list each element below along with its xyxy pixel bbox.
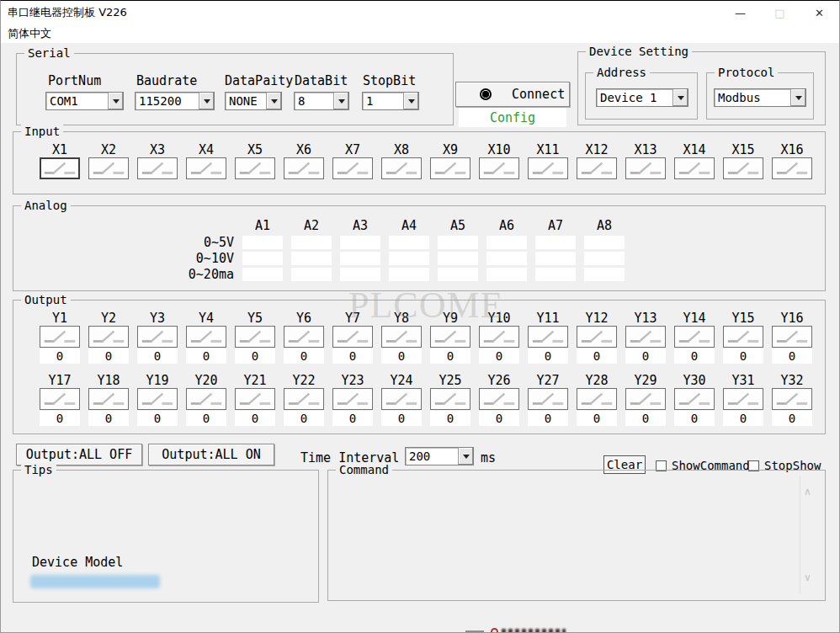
channel-y21-switch-button[interactable]: [235, 388, 275, 410]
channel-x8-switch-button[interactable]: [381, 157, 422, 179]
channel-y27-switch-button[interactable]: [528, 388, 568, 410]
baudrate-value: 115200: [136, 93, 199, 109]
minimize-icon[interactable]: —: [720, 1, 760, 24]
channel-y2-switch-button[interactable]: [88, 326, 129, 348]
analog-row-3: 0~20ma: [13, 268, 825, 281]
channel-x14-switch-button[interactable]: [674, 157, 715, 179]
databit-select[interactable]: 8: [294, 92, 349, 110]
channel-x7-switch-button[interactable]: [332, 157, 373, 179]
channel-x4-switch-button[interactable]: [186, 157, 226, 179]
dropdown-arrow-icon[interactable]: [458, 448, 473, 465]
channel-y11-switch-button[interactable]: [528, 326, 568, 348]
channel-x10-switch-button[interactable]: [479, 157, 519, 179]
analog-cell-a4-row2: [389, 252, 429, 265]
channel-y5-switch-button[interactable]: [235, 326, 275, 348]
channel-y7-switch-button[interactable]: [332, 326, 373, 348]
channel-x15-switch-button[interactable]: [723, 157, 763, 179]
switch-icon: [384, 328, 419, 345]
channel-x6-switch-button[interactable]: [284, 157, 324, 179]
baudrate-select[interactable]: 115200: [135, 92, 215, 110]
time-interval-select[interactable]: 200: [405, 447, 474, 465]
channel-x11-switch-button[interactable]: [528, 157, 568, 179]
channel-y8-value: 0: [381, 348, 422, 364]
channel-x4-label: X4: [199, 142, 214, 157]
channel-y14-switch-button[interactable]: [674, 326, 715, 348]
switch-icon: [91, 328, 126, 345]
switch-icon: [726, 160, 761, 177]
channel-y29-switch-button[interactable]: [625, 388, 666, 410]
channel-y19-switch-button[interactable]: [137, 388, 178, 410]
channel-y26-value: 0: [479, 411, 519, 426]
channel-y11-value: 0: [528, 348, 568, 364]
channel-x9-switch-button[interactable]: [430, 157, 471, 179]
channel-y4-switch-button[interactable]: [186, 326, 226, 348]
dropdown-arrow-icon[interactable]: [790, 89, 805, 106]
channel-y28-switch-button[interactable]: [577, 388, 617, 410]
scroll-up-icon[interactable]: ∧: [804, 486, 811, 497]
dropdown-arrow-icon[interactable]: [403, 93, 418, 109]
channel-y18-switch-button[interactable]: [88, 388, 129, 410]
connect-button[interactable]: Connect: [455, 82, 570, 107]
channel-x13: X13: [621, 142, 670, 179]
channel-x5-switch-button[interactable]: [235, 157, 275, 179]
dropdown-arrow-icon[interactable]: [266, 93, 281, 109]
output-all-on-button[interactable]: Output:ALL ON: [148, 444, 274, 465]
channel-y17-switch-button[interactable]: [40, 388, 80, 410]
stopbit-select[interactable]: 1: [362, 92, 419, 110]
portnum-select[interactable]: COM1: [45, 92, 124, 110]
channel-y9-label: Y9: [443, 311, 458, 326]
channel-x3-switch-button[interactable]: [137, 157, 178, 179]
channel-y24-switch-button[interactable]: [381, 388, 422, 410]
channel-y32-switch-button[interactable]: [772, 388, 812, 410]
tips-group: Tips Device Model: [13, 470, 319, 603]
channel-x16-switch-button[interactable]: [772, 157, 812, 179]
dropdown-arrow-icon[interactable]: [333, 93, 348, 109]
channel-y13-switch-button[interactable]: [625, 326, 666, 348]
channel-y12-switch-button[interactable]: [577, 326, 617, 348]
channel-y25-switch-button[interactable]: [430, 388, 471, 410]
analog-cell-a3-row1: [340, 236, 380, 249]
command-scrollbar[interactable]: ∧ ∨: [800, 476, 815, 593]
dropdown-arrow-icon[interactable]: [108, 93, 123, 109]
channel-y16-switch-button[interactable]: [772, 326, 812, 348]
channel-y31-label: Y31: [731, 373, 754, 388]
protocol-select[interactable]: Modbus: [714, 88, 806, 107]
channel-y9-switch-button[interactable]: [430, 326, 471, 348]
channel-y31-value: 0: [723, 411, 763, 426]
channel-y23-switch-button[interactable]: [332, 388, 373, 410]
protocol-group-label: Protocol: [715, 66, 778, 79]
channel-x13-switch-button[interactable]: [625, 157, 666, 179]
close-icon[interactable]: ✕: [800, 1, 839, 24]
dropdown-arrow-icon[interactable]: [199, 93, 214, 109]
switch-icon: [628, 160, 663, 177]
channel-y28-value: 0: [577, 411, 617, 426]
channel-y3-switch-button[interactable]: [137, 326, 178, 348]
channel-y6-switch-button[interactable]: [284, 326, 324, 348]
scroll-down-icon[interactable]: ∨: [804, 572, 811, 583]
config-link[interactable]: Config: [459, 108, 566, 127]
channel-y15-switch-button[interactable]: [723, 326, 763, 348]
channel-y22-switch-button[interactable]: [284, 388, 324, 410]
analog-cell-a8-row3: [584, 268, 625, 281]
address-select[interactable]: Device 1: [596, 88, 688, 107]
channel-x12-switch-button[interactable]: [577, 157, 617, 179]
channel-x1-switch-button[interactable]: [40, 157, 80, 179]
channel-x8: X8: [377, 142, 426, 179]
channel-y31-switch-button[interactable]: [723, 388, 763, 410]
channel-y26-switch-button[interactable]: [479, 388, 519, 410]
switch-icon: [433, 160, 468, 177]
channel-x16: X16: [768, 142, 816, 179]
channel-y20-switch-button[interactable]: [186, 388, 226, 410]
channel-y1-switch-button[interactable]: [40, 326, 80, 348]
channel-x2-switch-button[interactable]: [88, 157, 129, 179]
switch-icon: [140, 391, 175, 407]
dataparity-select[interactable]: NONE: [225, 92, 282, 110]
channel-y8-switch-button[interactable]: [381, 326, 422, 348]
channel-x1: X1: [35, 142, 84, 179]
channel-y10-switch-button[interactable]: [479, 326, 519, 348]
dropdown-arrow-icon[interactable]: [673, 89, 688, 106]
channel-y22-value: 0: [284, 411, 324, 426]
channel-y30-switch-button[interactable]: [674, 388, 715, 410]
switch-icon: [530, 328, 566, 345]
menu-item-language[interactable]: 简体中文: [8, 26, 51, 41]
